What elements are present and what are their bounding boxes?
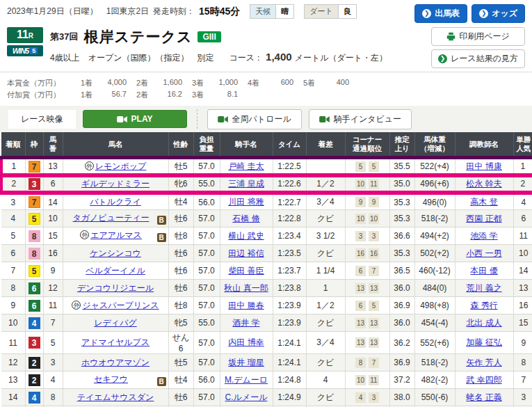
- jockey-link[interactable]: M.デムーロ: [225, 375, 268, 385]
- sex-age: 牡6: [168, 280, 193, 297]
- result-guide-button[interactable]: ❯ レース結果の見方: [431, 49, 525, 68]
- trainer-link[interactable]: 松永 幹夫: [466, 179, 501, 189]
- jockey-link[interactable]: 田辺 裕信: [228, 248, 264, 258]
- foreign-horse-mark: 外: [85, 161, 94, 170]
- horse-name-link[interactable]: エアアルマス: [90, 230, 142, 240]
- horse-name-link[interactable]: ホウオウアマゾン: [81, 358, 150, 367]
- finish-position: 3: [1, 193, 25, 210]
- main-prize-amount: 600: [266, 78, 293, 88]
- trainer-link[interactable]: 本田 優: [470, 266, 497, 276]
- added-prize-rank: 1着: [81, 90, 99, 100]
- jockey-link[interactable]: C.ルメール: [225, 392, 268, 402]
- trainer-link[interactable]: 高木 登: [470, 197, 497, 207]
- trainer-link[interactable]: 池添 学: [470, 231, 497, 241]
- jockey-link[interactable]: 川田 将雅: [228, 197, 264, 207]
- horse-name-link[interactable]: ケンシンコウ: [90, 248, 141, 258]
- jockey-link[interactable]: 坂井 瑠星: [228, 358, 264, 367]
- margin: 1／2: [306, 297, 345, 314]
- horse-name-link[interactable]: アドマイヤルプス: [81, 337, 150, 347]
- corner-position: 7: [369, 266, 379, 276]
- corner-position: 5: [355, 161, 366, 172]
- carried-weight: 57.0: [193, 280, 220, 297]
- margin: 1 1/4: [306, 262, 345, 280]
- added-prize-rank: 3着: [192, 90, 210, 100]
- column-header-12: 馬体重 （増減）: [414, 132, 455, 158]
- course-label: コース：: [229, 52, 264, 64]
- side-buttons: 印刷用ページ ❯ レース結果の見方: [431, 27, 525, 68]
- race-title: 根岸ステークス: [83, 27, 192, 47]
- horse-name-link[interactable]: ベルダーイメル: [86, 266, 145, 276]
- jockey-link[interactable]: 秋山 真一郎: [224, 283, 268, 293]
- finish-position: 5: [1, 228, 25, 245]
- odds-button[interactable]: ❯ オッズ: [471, 4, 525, 23]
- trainer-cell: 加藤 征弘: [455, 332, 513, 354]
- play-button[interactable]: PLAY: [83, 110, 187, 128]
- jockey-link[interactable]: 柴田 善臣: [228, 266, 264, 276]
- win-popularity: 7: [513, 372, 532, 389]
- print-page-button[interactable]: 印刷用ページ: [431, 27, 525, 46]
- horse-name-link[interactable]: ジャスパープリンス: [82, 301, 159, 310]
- horse-weight: 498(+8): [414, 297, 455, 314]
- horse-name-link[interactable]: デンコウリジエール: [77, 283, 154, 293]
- added-prize-values: 1着56.72着16.23着8.1: [71, 90, 238, 100]
- jockey-link[interactable]: 横山 武史: [228, 231, 264, 241]
- result-row-11: 1135アドマイヤルプスせん657.0内田 博幸1:24.13／4131336.…: [1, 332, 532, 354]
- horse-weight: 494(+2): [414, 228, 455, 245]
- entries-button[interactable]: ❯ 出馬表: [414, 4, 467, 23]
- horse-name-link[interactable]: バトルクライ: [90, 197, 141, 207]
- sex-age: 牡5: [168, 158, 193, 175]
- margin: 3／4: [306, 332, 345, 354]
- jockey-interview-button[interactable]: 騎手インタビュー: [309, 109, 412, 129]
- finish-time: 1:23.8: [273, 280, 306, 297]
- trainer-cell: 本田 優: [455, 262, 513, 280]
- trainer-link[interactable]: 蛯名 正義: [466, 392, 501, 402]
- trainer-link[interactable]: 武 幸四郎: [466, 375, 501, 385]
- trainer-cell: 小西 一男: [455, 245, 513, 262]
- frame-cell: 6: [25, 297, 43, 314]
- trainer-link[interactable]: 荒川 義之: [466, 283, 501, 293]
- jockey-link[interactable]: 酒井 学: [232, 318, 259, 328]
- trainer-link[interactable]: 矢作 芳人: [466, 358, 501, 367]
- trainer-link[interactable]: 西園 正都: [466, 214, 501, 223]
- main-prize-amount: 4,000: [99, 78, 127, 88]
- horse-name-link[interactable]: レディバグ: [94, 318, 136, 328]
- jockey-link[interactable]: 田中 勝春: [228, 301, 264, 310]
- jockey-link[interactable]: 内田 博幸: [228, 337, 264, 347]
- column-header-10: コーナー 通過順位: [345, 132, 389, 158]
- trainer-link[interactable]: 田中 博康: [466, 161, 501, 171]
- trainer-link[interactable]: 加藤 征弘: [466, 337, 501, 347]
- divider: [197, 109, 198, 129]
- frame-cell: 5: [25, 262, 43, 280]
- corner-positions: 1313: [345, 314, 389, 332]
- jockey-cell: 秋山 真一郎: [220, 280, 273, 297]
- horse-number: 14: [43, 193, 63, 210]
- column-header-11: 推定 上り: [389, 132, 414, 158]
- horse-name-cell: ホウオウアマゾン: [63, 354, 168, 372]
- carried-weight: 57.0: [193, 297, 220, 314]
- jockey-link[interactable]: 三浦 皇成: [228, 179, 264, 189]
- horse-name-link[interactable]: セキフウ: [94, 374, 128, 384]
- corner-position: 7: [369, 358, 379, 368]
- horse-number: 16: [43, 245, 63, 262]
- corner-position: 11: [369, 375, 379, 385]
- frame-badge: 6: [29, 282, 40, 294]
- finish-time: 1:22.5: [273, 158, 306, 175]
- horse-name-link[interactable]: テイエムサウスダン: [77, 392, 154, 402]
- trainer-link[interactable]: 小西 一男: [466, 248, 501, 258]
- patrol-video-button[interactable]: 全周パトロール: [207, 109, 302, 129]
- sex-age: せん6: [168, 332, 193, 354]
- horse-name-cell: ケンシンコウ: [63, 245, 168, 262]
- corner-position: 9: [355, 197, 366, 207]
- trainer-link[interactable]: 森 秀行: [470, 301, 497, 310]
- jockey-link[interactable]: 戸崎 圭太: [228, 161, 264, 171]
- trainer-cell: 武 幸四郎: [455, 372, 513, 389]
- frame-badge: 4: [29, 317, 40, 329]
- horse-name-link[interactable]: ギルデッドミラー: [81, 179, 150, 189]
- trainer-cell: 高木 登: [455, 193, 513, 210]
- main-prize-amount: 400: [321, 78, 349, 88]
- horse-name-link[interactable]: レモンポップ: [95, 161, 147, 171]
- horse-name-link[interactable]: タガノビューティー: [73, 213, 150, 223]
- jockey-link[interactable]: 石橋 脩: [232, 214, 259, 223]
- trainer-link[interactable]: 北出 成人: [466, 318, 501, 328]
- frame-cell: 6: [25, 280, 43, 297]
